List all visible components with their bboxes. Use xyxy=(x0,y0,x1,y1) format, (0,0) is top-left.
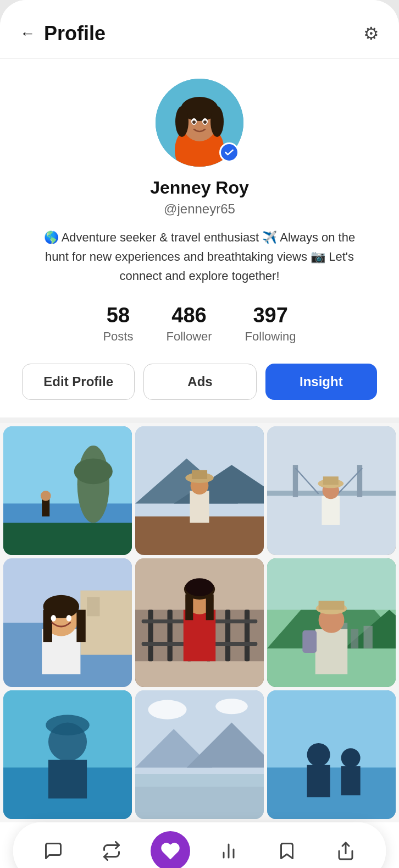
svg-point-46 xyxy=(51,615,56,622)
comment-button[interactable] xyxy=(34,831,73,868)
svg-rect-45 xyxy=(76,609,85,642)
stat-posts: 58 Posts xyxy=(103,304,133,344)
header: ← Profile ⚙ xyxy=(0,0,399,59)
edit-profile-button[interactable]: Edit Profile xyxy=(22,364,135,400)
svg-point-18 xyxy=(41,491,51,501)
posts-count: 58 xyxy=(107,304,130,327)
svg-rect-14 xyxy=(3,503,132,523)
settings-icon[interactable]: ⚙ xyxy=(363,23,379,44)
following-label: Following xyxy=(245,329,296,344)
screen: ← Profile ⚙ xyxy=(0,0,399,868)
svg-point-6 xyxy=(210,106,224,137)
svg-rect-81 xyxy=(48,760,87,798)
svg-point-63 xyxy=(185,578,213,596)
svg-rect-26 xyxy=(192,470,207,479)
followers-label: Follower xyxy=(166,329,212,344)
svg-rect-92 xyxy=(307,765,330,797)
svg-rect-50 xyxy=(148,609,153,661)
photo-6[interactable] xyxy=(267,558,396,687)
profile-bio: 🌎 Adventure seeker & travel enthusiast ✈… xyxy=(40,228,359,286)
svg-point-93 xyxy=(341,748,361,767)
stats-button[interactable] xyxy=(209,831,248,868)
svg-rect-72 xyxy=(315,629,348,674)
svg-rect-55 xyxy=(245,609,250,661)
svg-rect-90 xyxy=(267,767,396,819)
back-button[interactable]: ← xyxy=(20,25,35,42)
svg-rect-69 xyxy=(351,629,358,648)
svg-point-5 xyxy=(175,106,189,137)
svg-rect-70 xyxy=(364,625,373,648)
photo-4[interactable] xyxy=(3,558,132,687)
stat-following[interactable]: 397 Following xyxy=(245,304,296,344)
svg-rect-75 xyxy=(319,601,345,609)
followers-count: 486 xyxy=(171,304,206,327)
share-icon xyxy=(336,841,356,861)
posts-label: Posts xyxy=(103,329,133,344)
svg-rect-40 xyxy=(87,597,99,616)
photo-8[interactable] xyxy=(135,690,264,819)
bottom-nav xyxy=(13,822,386,868)
comment-icon xyxy=(43,841,63,861)
stat-followers[interactable]: 486 Follower xyxy=(166,304,212,344)
verified-badge xyxy=(219,142,239,162)
svg-rect-62 xyxy=(206,594,214,620)
photo-grid xyxy=(0,423,399,822)
profile-section: Jenney Roy @jenneyr65 🌎 Adventure seeker… xyxy=(0,59,399,417)
svg-point-10 xyxy=(203,120,207,124)
stats-icon xyxy=(219,841,239,861)
photo-3[interactable] xyxy=(267,426,396,555)
photo-1[interactable] xyxy=(3,426,132,555)
repost-button[interactable] xyxy=(92,831,131,868)
svg-point-80 xyxy=(46,715,90,735)
svg-point-47 xyxy=(66,615,71,622)
section-divider xyxy=(0,417,399,423)
photo-9[interactable] xyxy=(267,690,396,819)
following-count: 397 xyxy=(253,304,287,327)
svg-point-91 xyxy=(307,743,330,766)
svg-point-88 xyxy=(215,699,248,714)
like-button[interactable] xyxy=(151,831,190,868)
svg-point-87 xyxy=(148,700,186,719)
svg-rect-61 xyxy=(185,594,193,620)
bookmark-icon xyxy=(277,841,297,861)
svg-point-16 xyxy=(74,458,113,484)
svg-rect-23 xyxy=(190,491,209,523)
heart-icon xyxy=(160,841,180,861)
svg-rect-33 xyxy=(322,496,340,525)
phone-frame: ← Profile ⚙ xyxy=(0,0,399,868)
share-button[interactable] xyxy=(326,831,365,868)
photo-7[interactable] xyxy=(3,690,132,819)
svg-rect-54 xyxy=(225,609,230,661)
profile-name: Jenney Roy xyxy=(150,178,249,198)
stats-row: 58 Posts 486 Follower 397 Following xyxy=(22,304,377,344)
svg-rect-51 xyxy=(168,609,173,661)
svg-rect-94 xyxy=(341,766,361,795)
svg-rect-36 xyxy=(323,476,339,485)
repost-icon xyxy=(102,841,121,861)
page-title: Profile xyxy=(44,22,106,45)
avatar-wrapper xyxy=(156,79,243,167)
insight-button[interactable]: Insight xyxy=(265,364,377,400)
svg-rect-44 xyxy=(43,609,52,642)
svg-rect-76 xyxy=(302,630,317,653)
action-buttons: Edit Profile Ads Insight xyxy=(22,364,377,400)
profile-username: @jenneyr65 xyxy=(164,201,235,217)
photo-5[interactable] xyxy=(135,558,264,687)
bookmark-button[interactable] xyxy=(267,831,307,868)
photo-2[interactable] xyxy=(135,426,264,555)
header-left: ← Profile xyxy=(20,22,106,45)
svg-point-9 xyxy=(192,120,196,124)
ads-button[interactable]: Ads xyxy=(143,364,256,400)
svg-rect-86 xyxy=(135,774,264,787)
